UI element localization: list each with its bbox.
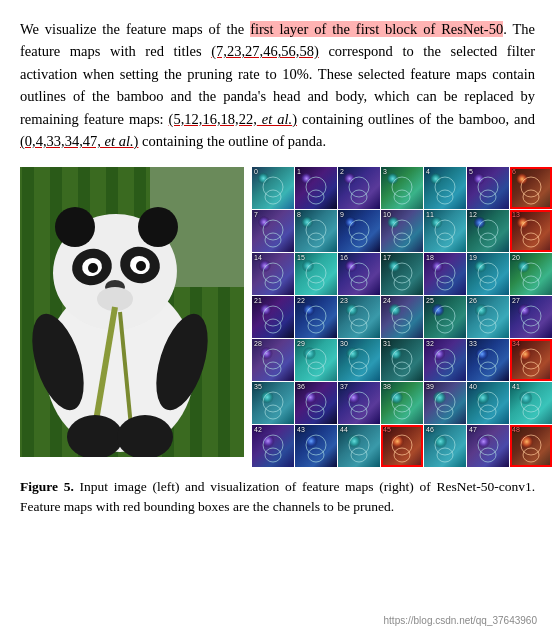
feature-map-cell-33: 33 — [467, 339, 509, 381]
feature-map-cell-18: 18 — [424, 253, 466, 295]
feature-map-cell-5: 5 — [467, 167, 509, 209]
feature-map-cell-4: 4 — [424, 167, 466, 209]
figure-caption: Figure 5. Input image (left) and visuali… — [20, 477, 535, 518]
feature-map-label-21: 21 — [254, 297, 262, 304]
feature-map-cell-15: 15 — [295, 253, 337, 295]
feature-map-canvas-2 — [338, 167, 380, 209]
feature-map-label-15: 15 — [297, 254, 305, 261]
feature-map-label-12: 12 — [469, 211, 477, 218]
feature-map-row-3: 21222324252627 — [252, 296, 552, 338]
feature-map-label-48: 48 — [512, 426, 520, 433]
feature-map-label-27: 27 — [512, 297, 520, 304]
watermark: https://blog.csdn.net/qq_37643960 — [384, 615, 537, 626]
feature-map-label-5: 5 — [469, 168, 473, 175]
italic3: et al. — [101, 133, 134, 149]
text-cont3: containing the outline of panda. — [138, 133, 326, 149]
feature-map-label-24: 24 — [383, 297, 391, 304]
feature-map-label-30: 30 — [340, 340, 348, 347]
feature-map-cell-22: 22 — [295, 296, 337, 338]
feature-map-cell-45: 45 — [381, 425, 423, 467]
feature-map-label-28: 28 — [254, 340, 262, 347]
feature-map-label-23: 23 — [340, 297, 348, 304]
feature-map-label-18: 18 — [426, 254, 434, 261]
feature-map-cell-7: 7 — [252, 210, 294, 252]
feature-map-label-1: 1 — [297, 168, 301, 175]
feature-map-label-38: 38 — [383, 383, 391, 390]
feature-map-cell-9: 9 — [338, 210, 380, 252]
feature-map-cell-0: 0 — [252, 167, 294, 209]
feature-map-cell-25: 25 — [424, 296, 466, 338]
feature-map-cell-32: 32 — [424, 339, 466, 381]
feature-maps-container: 0123456789101112131415161718192021222324… — [252, 167, 552, 467]
feature-map-label-29: 29 — [297, 340, 305, 347]
feature-map-label-40: 40 — [469, 383, 477, 390]
feature-map-label-36: 36 — [297, 383, 305, 390]
feature-map-cell-37: 37 — [338, 382, 380, 424]
paragraph: We visualize the feature maps of the fir… — [20, 18, 535, 153]
feature-map-label-2: 2 — [340, 168, 344, 175]
feature-map-cell-13: 13 — [510, 210, 552, 252]
feature-map-canvas-7 — [252, 210, 294, 252]
feature-map-cell-1: 1 — [295, 167, 337, 209]
feature-map-label-34: 34 — [512, 340, 520, 347]
underline3: (0,4,33,34,47, — [20, 133, 101, 149]
feature-map-row-0: 0123456 — [252, 167, 552, 209]
feature-map-label-4: 4 — [426, 168, 430, 175]
feature-map-cell-31: 31 — [381, 339, 423, 381]
feature-map-cell-48: 48 — [510, 425, 552, 467]
feature-map-cell-3: 3 — [381, 167, 423, 209]
italic2: et al. — [257, 111, 292, 127]
feature-map-label-9: 9 — [340, 211, 344, 218]
feature-map-row-2: 14151617181920 — [252, 253, 552, 295]
feature-map-cell-8: 8 — [295, 210, 337, 252]
feature-map-cell-30: 30 — [338, 339, 380, 381]
feature-map-cell-10: 10 — [381, 210, 423, 252]
feature-map-label-16: 16 — [340, 254, 348, 261]
feature-map-canvas-9 — [338, 210, 380, 252]
feature-map-cell-14: 14 — [252, 253, 294, 295]
feature-map-cell-27: 27 — [510, 296, 552, 338]
feature-map-cell-16: 16 — [338, 253, 380, 295]
feature-map-canvas-4 — [424, 167, 466, 209]
feature-map-label-7: 7 — [254, 211, 258, 218]
feature-map-label-26: 26 — [469, 297, 477, 304]
feature-map-row-4: 28293031323334 — [252, 339, 552, 381]
feature-map-cell-12: 12 — [467, 210, 509, 252]
feature-map-cell-28: 28 — [252, 339, 294, 381]
feature-map-label-22: 22 — [297, 297, 305, 304]
feature-map-label-3: 3 — [383, 168, 387, 175]
figure-text: Input image (left) and visualization of … — [20, 479, 535, 514]
feature-map-label-43: 43 — [297, 426, 305, 433]
feature-map-row-5: 35363738394041 — [252, 382, 552, 424]
feature-map-cell-21: 21 — [252, 296, 294, 338]
feature-map-cell-6: 6 — [510, 167, 552, 209]
feature-map-cell-19: 19 — [467, 253, 509, 295]
panda-image — [20, 167, 244, 457]
feature-map-cell-11: 11 — [424, 210, 466, 252]
feature-map-label-33: 33 — [469, 340, 477, 347]
panda-canvas — [20, 167, 244, 457]
feature-map-cell-17: 17 — [381, 253, 423, 295]
feature-map-cell-26: 26 — [467, 296, 509, 338]
feature-map-label-46: 46 — [426, 426, 434, 433]
underline2: (5,12,16,18,22, — [169, 111, 257, 127]
feature-map-cell-35: 35 — [252, 382, 294, 424]
feature-map-label-8: 8 — [297, 211, 301, 218]
feature-map-cell-47: 47 — [467, 425, 509, 467]
feature-map-label-20: 20 — [512, 254, 520, 261]
feature-map-canvas-6 — [510, 167, 552, 209]
feature-map-label-41: 41 — [512, 383, 520, 390]
feature-map-cell-46: 46 — [424, 425, 466, 467]
feature-map-cell-36: 36 — [295, 382, 337, 424]
content-area: 0123456789101112131415161718192021222324… — [20, 167, 535, 467]
feature-map-cell-43: 43 — [295, 425, 337, 467]
feature-map-cell-29: 29 — [295, 339, 337, 381]
feature-map-canvas-5 — [467, 167, 509, 209]
feature-map-label-19: 19 — [469, 254, 477, 261]
feature-map-row-1: 78910111213 — [252, 210, 552, 252]
feature-map-label-37: 37 — [340, 383, 348, 390]
feature-map-label-31: 31 — [383, 340, 391, 347]
feature-map-cell-42: 42 — [252, 425, 294, 467]
feature-map-cell-38: 38 — [381, 382, 423, 424]
feature-map-label-10: 10 — [383, 211, 391, 218]
